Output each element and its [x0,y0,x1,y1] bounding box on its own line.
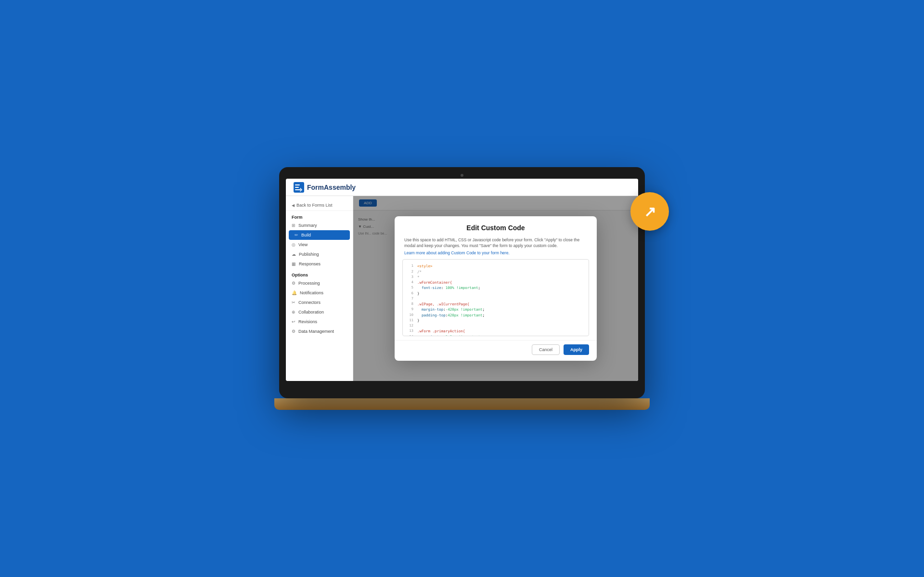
view-icon: ◎ [292,242,295,247]
connectors-label: Connectors [298,300,321,305]
responses-label: Responses [299,262,321,266]
code-line-11: 11 } [407,318,585,323]
code-line-4: 4 .wFormContainer{ [407,280,585,285]
sidebar-item-build[interactable]: ✏ Build [289,230,350,240]
collaboration-icon: ⊕ [292,310,295,315]
laptop-frame: FormAssembly ◀ Back to Forms List Form [279,167,645,398]
options-section-label: Options [286,269,353,278]
code-line-3: 3 * [407,275,585,280]
code-line-8: 8 .wIPage, .wICurrentPage{ [407,302,585,307]
code-line-7: 7 [407,296,585,302]
app-header: FormAssembly [286,179,638,196]
sidebar-item-notifications[interactable]: 🔔 Notifications [286,288,353,298]
app-layout: FormAssembly ◀ Back to Forms List Form [286,179,638,381]
view-label: View [298,242,308,247]
form-section-label: Form [286,213,353,221]
publishing-icon: ☁ [292,252,296,257]
sidebar-item-processing[interactable]: ⚙ Processing [286,278,353,288]
expand-icon: ↗ [644,203,656,220]
sidebar: ◀ Back to Forms List Form ⊞ Summary ✏ Bu… [286,196,353,381]
sidebar-item-publishing[interactable]: ☁ Publishing [286,249,353,259]
build-label: Build [301,233,311,237]
publishing-label: Publishing [299,252,319,257]
expand-button[interactable]: ↗ [630,192,669,231]
processing-icon: ⚙ [292,281,295,286]
code-line-10: 10 padding-top:420px !important; [407,313,585,318]
processing-label: Processing [298,281,320,286]
sidebar-item-view[interactable]: ◎ View [286,240,353,249]
code-line-2: 2 /* [407,269,585,275]
edit-custom-code-modal: Edit Custom Code Use this space to add H… [395,216,597,361]
logo-text: FormAssembly [307,184,356,191]
code-editor[interactable]: 1 <style> 2 /* 3 [402,259,589,336]
modal-description: Use this space to add HTML, CSS or Javas… [395,236,597,251]
revisions-label: Revisions [298,319,317,324]
code-line-1: 1 <style> [407,263,585,269]
modal-title: Edit Custom Code [404,224,587,232]
modal-footer: Cancel Apply [395,340,597,361]
code-line-9: 9 margin-top:-420px !important; [407,307,585,312]
modal-learn-more-link[interactable]: Learn more about adding Custom Code to y… [395,250,597,259]
data-management-icon: ⚙ [292,329,295,334]
build-icon: ✏ [295,233,298,237]
cancel-button[interactable]: Cancel [532,344,560,355]
responses-icon: ▦ [292,262,296,266]
code-line-12: 12 [407,323,585,328]
sidebar-item-revisions[interactable]: ↩ Revisions [286,317,353,327]
code-line-6: 6 } [407,291,585,296]
sidebar-item-responses[interactable]: ▦ Responses [286,259,353,269]
modal-header: Edit Custom Code [395,216,597,236]
data-management-label: Data Management [298,329,334,334]
code-line-13: 13 .wForm .primaryAction{ [407,328,585,334]
camera-dot [461,174,463,177]
sidebar-item-data-management[interactable]: ⚙ Data Management [286,327,353,336]
notifications-icon: 🔔 [292,290,297,295]
sidebar-item-collaboration[interactable]: ⊕ Collaboration [286,307,353,317]
collaboration-label: Collaboration [298,310,324,315]
code-line-14: 14 margin-top:2.5em !important; [407,334,585,337]
sidebar-item-summary[interactable]: ⊞ Summary [286,221,353,230]
laptop-base [274,398,650,410]
revisions-icon: ↩ [292,319,295,324]
logo-area: FormAssembly [294,182,356,193]
code-line-5: 5 font-size: 100% !important; [407,285,585,290]
back-label: Back to Forms List [296,203,333,208]
laptop-screen: FormAssembly ◀ Back to Forms List Form [286,179,638,381]
back-to-forms-link[interactable]: ◀ Back to Forms List [286,200,353,211]
back-arrow-icon: ◀ [292,203,295,208]
main-content: ADD Show th... ▼ Cust... Use thi... code… [353,196,638,381]
logo-icon [294,182,304,193]
connectors-icon: ✂ [292,300,295,305]
modal-overlay: Edit Custom Code Use this space to add H… [353,196,638,381]
notifications-label: Notifications [300,290,323,295]
summary-icon: ⊞ [292,223,295,228]
apply-button[interactable]: Apply [564,344,589,355]
summary-label: Summary [298,223,317,228]
app-body: ◀ Back to Forms List Form ⊞ Summary ✏ Bu… [286,196,638,381]
sidebar-item-connectors[interactable]: ✂ Connectors [286,298,353,307]
